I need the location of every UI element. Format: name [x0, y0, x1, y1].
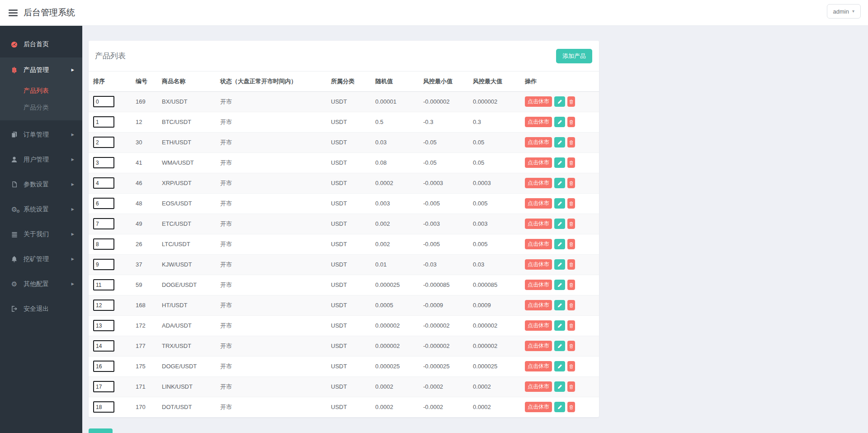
- delete-button[interactable]: [567, 259, 575, 270]
- delete-button[interactable]: [567, 219, 575, 229]
- table-row: 12 BTC/USDT 开市 USDT 0.5 -0.3 0.3 点击休市: [89, 112, 599, 132]
- toggle-market-button[interactable]: 点击休市: [525, 259, 552, 270]
- sort-input[interactable]: [93, 279, 114, 290]
- sidebar-item-label: 参数设置: [24, 181, 49, 189]
- cell-status: 开市: [216, 254, 326, 275]
- toggle-market-button[interactable]: 点击休市: [525, 157, 552, 168]
- sidebar-item-parameters[interactable]: 参数设置 ▶: [0, 172, 82, 197]
- edit-button[interactable]: [554, 96, 565, 107]
- edit-button[interactable]: [554, 178, 565, 188]
- edit-button[interactable]: [554, 239, 565, 249]
- cell-name: LTC/USDT: [157, 234, 216, 254]
- delete-button[interactable]: [567, 402, 575, 412]
- toggle-market-button[interactable]: 点击休市: [525, 381, 552, 392]
- gear-icon: ⚙: [10, 281, 19, 287]
- edit-button[interactable]: [554, 361, 565, 371]
- product-list-card: 产品列表 添加产品 排序编号商品名称状态（大盘正常开市时间内）所属分类随机值风控…: [89, 41, 599, 417]
- sidebar-item-about-us[interactable]: 关于我们 ▶: [0, 222, 82, 247]
- sidebar-item-logout[interactable]: 安全退出: [0, 296, 82, 321]
- toggle-market-button[interactable]: 点击休市: [525, 280, 552, 290]
- toggle-market-button[interactable]: 点击休市: [525, 300, 552, 310]
- toggle-market-button[interactable]: 点击休市: [525, 198, 552, 209]
- user-menu-button[interactable]: admin ▾: [827, 4, 861, 19]
- column-header: 商品名称: [157, 71, 216, 91]
- column-header: 风控最大值: [468, 71, 520, 91]
- sidebar-item-product-list[interactable]: 产品列表: [0, 82, 82, 99]
- edit-button[interactable]: [554, 117, 565, 127]
- toggle-market-button[interactable]: 点击休市: [525, 117, 552, 127]
- sort-input[interactable]: [93, 238, 114, 250]
- edit-button[interactable]: [554, 341, 565, 351]
- sort-input[interactable]: [93, 198, 114, 209]
- delete-button[interactable]: [567, 341, 575, 351]
- toggle-market-button[interactable]: 点击休市: [525, 219, 552, 229]
- sort-input[interactable]: [93, 259, 114, 270]
- add-product-button[interactable]: 添加产品: [556, 49, 592, 63]
- cell-random: 0.002: [371, 214, 419, 234]
- hamburger-menu-icon[interactable]: [9, 10, 18, 16]
- list-bars-icon: [10, 231, 19, 238]
- delete-button[interactable]: [567, 239, 575, 249]
- delete-button[interactable]: [567, 96, 575, 107]
- delete-button[interactable]: [567, 178, 575, 188]
- sidebar-item-products[interactable]: ฿ 产品管理 ▶: [0, 57, 82, 82]
- delete-button[interactable]: [567, 157, 575, 168]
- sidebar-item-system-settings[interactable]: ⚙⚙ 系统设置 ▶: [0, 197, 82, 222]
- sort-input[interactable]: [93, 320, 114, 331]
- sidebar-item-orders[interactable]: 订单管理 ▶: [0, 122, 82, 147]
- cell-risk-max: 0.003: [468, 214, 520, 234]
- edit-button[interactable]: [554, 219, 565, 229]
- toggle-market-button[interactable]: 点击休市: [525, 361, 552, 371]
- delete-button[interactable]: [567, 381, 575, 392]
- sidebar-item-product-category[interactable]: 产品分类: [0, 99, 82, 116]
- sort-input[interactable]: [93, 401, 114, 413]
- sidebar-item-dashboard[interactable]: 后台首页: [0, 33, 82, 56]
- sort-input[interactable]: [93, 381, 114, 392]
- sort-input[interactable]: [93, 340, 114, 352]
- toggle-market-button[interactable]: 点击休市: [525, 320, 552, 331]
- delete-button[interactable]: [567, 198, 575, 209]
- toggle-market-button[interactable]: 点击休市: [525, 402, 552, 412]
- cell-status: 开市: [216, 234, 326, 254]
- pagination-button-partial[interactable]: [89, 428, 113, 433]
- edit-button[interactable]: [554, 300, 565, 310]
- toggle-market-button[interactable]: 点击休市: [525, 137, 552, 148]
- toggle-market-button[interactable]: 点击休市: [525, 239, 552, 249]
- sidebar-item-users[interactable]: 用户管理 ▶: [0, 147, 82, 172]
- cell-name: HT/USDT: [157, 295, 216, 315]
- sort-input[interactable]: [93, 361, 114, 372]
- trash-icon: [569, 323, 574, 328]
- sidebar-item-label: 挖矿管理: [24, 255, 49, 263]
- cell-status: 开市: [216, 295, 326, 315]
- sort-input[interactable]: [93, 116, 114, 128]
- sort-input[interactable]: [93, 300, 114, 311]
- cell-random: 0.5: [371, 112, 419, 132]
- row-actions: 点击休市: [525, 402, 597, 412]
- edit-button[interactable]: [554, 157, 565, 168]
- delete-button[interactable]: [567, 300, 575, 310]
- edit-button[interactable]: [554, 320, 565, 331]
- edit-button[interactable]: [554, 137, 565, 148]
- delete-button[interactable]: [567, 320, 575, 331]
- sort-input[interactable]: [93, 137, 114, 148]
- edit-button[interactable]: [554, 280, 565, 290]
- delete-button[interactable]: [567, 137, 575, 148]
- sort-input[interactable]: [93, 157, 114, 168]
- sort-input[interactable]: [93, 218, 114, 229]
- toggle-market-button[interactable]: 点击休市: [525, 96, 552, 107]
- delete-button[interactable]: [567, 117, 575, 127]
- edit-button[interactable]: [554, 381, 565, 392]
- table-row: 37 KJW/USDT 开市 USDT 0.01 -0.03 0.03 点击休市: [89, 254, 599, 275]
- edit-button[interactable]: [554, 198, 565, 209]
- trash-icon: [569, 119, 574, 125]
- sidebar-item-other-config[interactable]: ⚙ 其他配置 ▶: [0, 271, 82, 296]
- toggle-market-button[interactable]: 点击休市: [525, 341, 552, 351]
- edit-button[interactable]: [554, 402, 565, 412]
- sort-input[interactable]: [93, 177, 114, 189]
- sort-input[interactable]: [93, 96, 114, 107]
- delete-button[interactable]: [567, 280, 575, 290]
- edit-button[interactable]: [554, 259, 565, 270]
- delete-button[interactable]: [567, 361, 575, 371]
- toggle-market-button[interactable]: 点击休市: [525, 178, 552, 188]
- sidebar-item-mining[interactable]: 挖矿管理 ▶: [0, 247, 82, 271]
